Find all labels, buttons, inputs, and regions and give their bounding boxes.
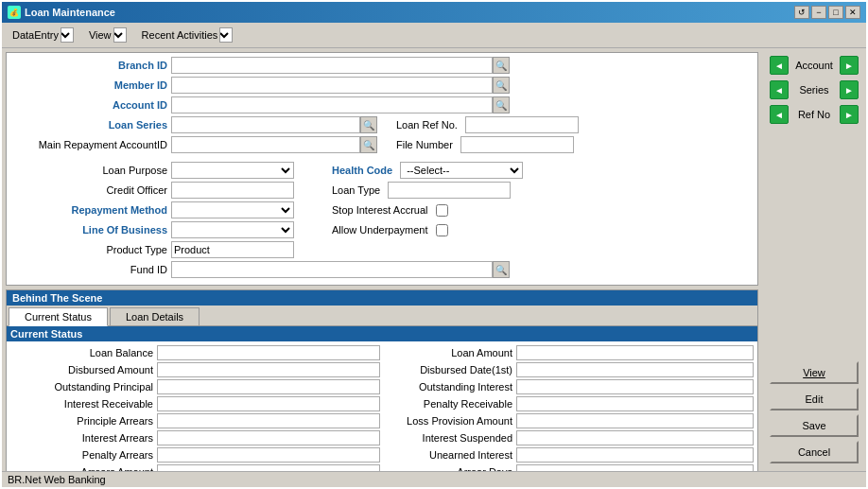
loan-balance-input[interactable]	[157, 345, 380, 360]
credit-officer-input[interactable]	[171, 182, 294, 199]
unearned-interest-group: Unearned Interest	[384, 447, 754, 463]
series-nav: ◄ Series ►	[770, 80, 859, 99]
loan-series-input[interactable]	[171, 116, 360, 133]
branch-id-input[interactable]	[171, 57, 493, 74]
data-entry-select[interactable]	[61, 27, 74, 43]
penalty-arrears-input[interactable]	[157, 447, 380, 463]
recent-activities-menu[interactable]: Recent Activities	[135, 25, 240, 45]
repayment-method-label: Repayment Method	[10, 204, 171, 216]
refresh-button[interactable]: ↺	[794, 6, 809, 19]
series-prev-button[interactable]: ◄	[770, 80, 789, 99]
view-label: View	[89, 29, 112, 41]
loan-purpose-select[interactable]	[171, 162, 294, 179]
behind-scene-section: Behind The Scene Current Status Loan Det…	[6, 289, 758, 471]
loan-type-input[interactable]	[388, 182, 511, 199]
health-code-select[interactable]: --Select--	[400, 162, 523, 179]
view-menu[interactable]: View	[82, 25, 133, 45]
account-next-button[interactable]: ►	[840, 56, 859, 75]
line-of-business-row: Line Of Business Allow Underpayment	[10, 221, 754, 238]
tab-current-status[interactable]: Current Status	[9, 307, 108, 326]
interest-receivable-input[interactable]	[157, 396, 380, 411]
tab-loan-details[interactable]: Loan Details	[110, 307, 200, 325]
branch-id-label: Branch ID	[10, 60, 171, 71]
loan-ref-input[interactable]	[465, 116, 579, 133]
data-entry-menu[interactable]: DataEntry	[6, 25, 80, 45]
fund-id-row: Fund ID 🔍	[10, 261, 754, 278]
cancel-button[interactable]: Cancel	[770, 441, 859, 463]
edit-button[interactable]: Edit	[770, 388, 859, 410]
loss-provision-input[interactable]	[516, 413, 754, 428]
loan-ref-label: Loan Ref No.	[396, 119, 461, 131]
loss-provision-group: Loss Provision Amount	[384, 413, 754, 428]
outstanding-interest-input[interactable]	[516, 379, 754, 394]
action-buttons: View Edit Save Cancel	[766, 358, 862, 467]
loan-series-search-button[interactable]: 🔍	[360, 116, 377, 133]
disbursed-amount-group: Disbursed Amount	[10, 362, 380, 377]
account-nav-label: Account	[790, 60, 838, 71]
fund-id-input[interactable]	[171, 261, 493, 278]
account-id-row: Account ID 🔍	[10, 96, 754, 114]
interest-arrears-label: Interest Arrears	[10, 432, 157, 444]
row-receivable: Interest Receivable Penalty Receivable	[10, 396, 754, 411]
stop-interest-checkbox[interactable]	[436, 204, 448, 217]
series-next-button[interactable]: ►	[840, 80, 859, 99]
ref-no-prev-button[interactable]: ◄	[770, 105, 789, 124]
interest-receivable-label: Interest Receivable	[10, 398, 157, 410]
loan-amount-group: Loan Amount	[384, 345, 754, 360]
account-id-search-button[interactable]: 🔍	[493, 96, 510, 114]
recent-activities-select[interactable]	[219, 27, 233, 43]
main-window: 💰 Loan Maintenance ↺ − □ ✕ DataEntry Vie…	[0, 0, 868, 489]
arrears-amount-input[interactable]	[157, 464, 380, 471]
save-button[interactable]: Save	[770, 414, 859, 437]
line-of-business-select[interactable]	[171, 221, 294, 238]
tabs: Current Status Loan Details	[7, 306, 757, 326]
account-id-input[interactable]	[171, 96, 493, 114]
maximize-button[interactable]: □	[828, 6, 843, 19]
outstanding-principal-input[interactable]	[157, 379, 380, 394]
line-of-business-label: Line Of Business	[10, 224, 171, 236]
product-type-row: Product Type	[10, 241, 754, 258]
view-select[interactable]	[113, 27, 127, 43]
close-button[interactable]: ✕	[845, 6, 860, 19]
account-id-label: Account ID	[10, 99, 171, 111]
main-repayment-input[interactable]	[171, 136, 360, 153]
interest-suspended-input[interactable]	[516, 430, 754, 445]
row-penalty-arrears: Penalty Arrears Unearned Interest	[10, 447, 754, 463]
disbursed-amount-input[interactable]	[157, 362, 380, 377]
disbursed-date-input[interactable]	[516, 362, 754, 377]
fund-id-search-button[interactable]: 🔍	[493, 261, 510, 278]
principle-arrears-label: Principle Arrears	[10, 415, 157, 427]
row-arrears-amount: Arrears Amount Arrear Days	[10, 464, 754, 471]
repayment-method-select[interactable]	[171, 201, 294, 218]
principle-arrears-input[interactable]	[157, 413, 380, 428]
member-id-search-button[interactable]: 🔍	[493, 77, 510, 94]
view-button[interactable]: View	[770, 361, 859, 384]
penalty-arrears-label: Penalty Arrears	[10, 449, 157, 461]
allow-underpayment-label: Allow Underpayment	[332, 224, 432, 236]
file-number-input[interactable]	[460, 136, 574, 153]
main-repayment-search-button[interactable]: 🔍	[360, 136, 377, 153]
disbursed-amount-label: Disbursed Amount	[10, 364, 157, 375]
minimize-button[interactable]: −	[811, 6, 826, 19]
penalty-receivable-group: Penalty Receivable	[384, 396, 754, 411]
branch-id-search-button[interactable]: 🔍	[493, 57, 510, 74]
interest-arrears-input[interactable]	[157, 430, 380, 445]
arrears-amount-group: Arrears Amount	[10, 464, 380, 471]
stop-interest-label: Stop Interest Accrual	[332, 204, 432, 216]
repayment-method-row: Repayment Method Stop Interest Accrual	[10, 201, 754, 218]
loan-balance-label: Loan Balance	[10, 347, 157, 358]
member-id-input[interactable]	[171, 77, 493, 94]
outstanding-principal-label: Outstanding Principal	[10, 381, 157, 393]
ref-no-next-button[interactable]: ►	[840, 105, 859, 124]
account-prev-button[interactable]: ◄	[770, 56, 789, 75]
loan-amount-input[interactable]	[516, 345, 754, 360]
penalty-receivable-input[interactable]	[516, 396, 754, 411]
unearned-interest-input[interactable]	[516, 447, 754, 463]
row-outstanding: Outstanding Principal Outstanding Intere…	[10, 379, 754, 394]
main-repayment-label: Main Repayment AccountID	[10, 139, 171, 150]
product-type-input[interactable]	[171, 241, 294, 258]
nav-buttons: ◄ Account ► ◄ Series ►	[766, 52, 862, 133]
allow-underpayment-checkbox[interactable]	[436, 224, 448, 236]
top-form-section: Branch ID 🔍 Member ID 🔍 Account ID 🔍	[6, 52, 758, 286]
arrear-days-input[interactable]	[516, 464, 754, 471]
